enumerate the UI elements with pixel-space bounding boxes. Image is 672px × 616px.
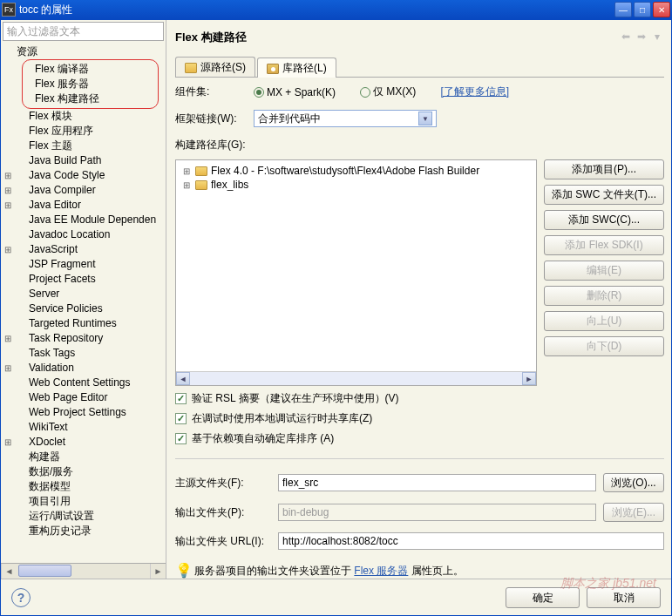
tip-row: 💡 服务器项目的输出文件夹设置位于 Flex 服务器 属性页上。 xyxy=(175,564,664,579)
framework-link-select[interactable]: 合并到代码中▼ xyxy=(254,110,437,127)
menu-icon[interactable]: ▾ xyxy=(650,30,664,44)
main-src-input[interactable]: flex_src xyxy=(278,474,596,491)
tree-item[interactable]: Javadoc Location xyxy=(1,227,166,242)
tree-item[interactable]: Validation xyxy=(1,361,166,376)
learn-more-link[interactable]: [了解更多信息] xyxy=(440,85,509,99)
tree-item[interactable]: Java EE Module Dependen xyxy=(1,213,166,227)
tree-item[interactable]: 数据/服务 xyxy=(1,464,166,479)
category-tree[interactable]: 资源 Flex 编译器 Flex 服务器 Flex 构建路径 Flex 模块Fl… xyxy=(1,43,166,563)
content-pane: Flex 构建路径 ⬅ ➡ ▾ 源路径(S) 库路径(L) 组件集: MX + … xyxy=(166,20,671,579)
lib-item[interactable]: Flex 4.0 - F:\software\studysoft\Flex4\A… xyxy=(180,164,533,178)
tree-item[interactable]: 数据模型 xyxy=(1,479,166,494)
tab-library-path[interactable]: 库路径(L) xyxy=(257,58,336,78)
library-tree[interactable]: Flex 4.0 - F:\software\studysoft\Flex4\A… xyxy=(175,159,537,386)
tree-item[interactable]: Java Build Path xyxy=(1,153,166,168)
checkbox-rsl[interactable]: ✓ xyxy=(175,393,187,404)
help-icon[interactable]: ? xyxy=(11,588,31,607)
edit-button: 编辑(E) xyxy=(544,261,664,281)
titlebar: Fx tocc 的属性 — □ ✕ xyxy=(0,0,672,19)
tree-item[interactable]: Service Policies xyxy=(1,301,166,316)
tree-item[interactable]: Web Page Editor xyxy=(1,390,166,405)
tree-item[interactable]: Java Code Style xyxy=(1,168,166,183)
browse-output-button: 浏览(E)... xyxy=(603,503,664,522)
radio-mx-only[interactable]: 仅 MX(X) xyxy=(360,85,416,99)
add-flex-sdk-button: 添加 Flex SDK(I) xyxy=(544,235,664,255)
output-url-label: 输出文件夹 URL(I): xyxy=(175,534,271,549)
footer: ? 确定 取消 xyxy=(1,579,671,615)
lightbulb-icon: 💡 xyxy=(175,565,189,579)
app-icon: Fx xyxy=(2,3,16,17)
tree-item[interactable]: Web Project Settings xyxy=(1,405,166,420)
tree-item[interactable]: 运行/调试设置 xyxy=(1,509,166,524)
page-title: Flex 构建路径 xyxy=(175,30,617,45)
checkbox-auto-order[interactable]: ✓ xyxy=(175,433,187,444)
framework-link-label: 框架链接(W): xyxy=(175,112,243,126)
checkbox-debug-shared[interactable]: ✓ xyxy=(175,413,187,424)
output-folder-input: bin-debug xyxy=(278,504,596,521)
tree-item[interactable]: Flex 服务器 xyxy=(28,77,153,91)
forward-icon[interactable]: ➡ xyxy=(635,30,648,44)
tree-item[interactable]: Web Content Settings xyxy=(1,376,166,390)
component-set-label: 组件集: xyxy=(175,85,243,99)
tree-item[interactable]: 重构历史记录 xyxy=(1,524,166,538)
tree-item[interactable]: Flex 主题 xyxy=(1,139,166,153)
tree-item[interactable]: Flex 编译器 xyxy=(28,62,153,77)
add-swc-folder-button[interactable]: 添加 SWC 文件夹(T)... xyxy=(544,185,664,205)
filter-input[interactable]: 输入过滤器文本 xyxy=(3,22,164,41)
tree-item[interactable]: Task Tags xyxy=(1,346,166,361)
build-path-lib-label: 构建路径库(G): xyxy=(175,138,246,152)
minimize-button[interactable]: — xyxy=(614,2,632,17)
tree-item[interactable]: Task Repository xyxy=(1,331,166,346)
close-button[interactable]: ✕ xyxy=(653,2,670,17)
tree-item[interactable]: Java Compiler xyxy=(1,183,166,198)
browse-main-src-button[interactable]: 浏览(O)... xyxy=(603,473,664,492)
tree-item[interactable]: Targeted Runtimes xyxy=(1,316,166,331)
cancel-button[interactable]: 取消 xyxy=(587,587,661,608)
tree-item[interactable]: Project Facets xyxy=(1,272,166,287)
tree-root[interactable]: 资源 xyxy=(1,44,166,59)
tree-item[interactable]: Flex 应用程序 xyxy=(1,124,166,139)
lib-hscroll[interactable]: ◄► xyxy=(176,371,536,385)
flex-server-link[interactable]: Flex 服务器 xyxy=(354,565,408,577)
tree-item[interactable]: Server xyxy=(1,287,166,301)
remove-button: 删除(R) xyxy=(544,286,664,306)
highlighted-group: Flex 编译器 Flex 服务器 Flex 构建路径 xyxy=(22,59,159,109)
add-swc-button[interactable]: 添加 SWC(C)... xyxy=(544,210,664,230)
tree-item[interactable]: XDoclet xyxy=(1,435,166,450)
sidebar: 输入过滤器文本 资源 Flex 编译器 Flex 服务器 Flex 构建路径 F… xyxy=(1,20,166,579)
lib-item[interactable]: flex_libs xyxy=(180,178,533,192)
folder-icon xyxy=(195,180,207,190)
tree-item[interactable]: Flex 构建路径 xyxy=(28,91,153,106)
tree-item[interactable]: JSP Fragment xyxy=(1,257,166,272)
radio-mx-spark[interactable]: MX + Spark(K) xyxy=(254,86,336,98)
tree-item[interactable]: 项目引用 xyxy=(1,494,166,509)
sidebar-hscroll[interactable]: ◄► xyxy=(1,563,166,579)
library-icon xyxy=(267,64,279,74)
up-button: 向上(U) xyxy=(544,311,664,331)
tree-item[interactable]: Flex 模块 xyxy=(1,109,166,124)
chevron-down-icon: ▼ xyxy=(418,112,432,125)
folder-icon xyxy=(195,166,207,176)
tree-item[interactable]: 构建器 xyxy=(1,450,166,464)
tree-item[interactable]: WikiText xyxy=(1,420,166,435)
output-url-input[interactable]: http://localhost:8082/tocc xyxy=(278,532,664,550)
window-title: tocc 的属性 xyxy=(19,3,614,17)
tree-item[interactable]: Java Editor xyxy=(1,198,166,213)
maximize-button[interactable]: □ xyxy=(634,2,651,17)
main-src-label: 主源文件夹(F): xyxy=(175,476,271,491)
tree-item[interactable]: JavaScript xyxy=(1,242,166,257)
ok-button[interactable]: 确定 xyxy=(506,587,580,608)
tabs: 源路径(S) 库路径(L) xyxy=(175,57,664,78)
add-project-button[interactable]: 添加项目(P)... xyxy=(544,159,664,179)
back-icon[interactable]: ⬅ xyxy=(619,30,633,44)
down-button: 向下(D) xyxy=(544,336,664,356)
output-folder-label: 输出文件夹(P): xyxy=(175,505,271,520)
tab-source-path[interactable]: 源路径(S) xyxy=(175,57,255,77)
folder-icon xyxy=(185,63,197,73)
